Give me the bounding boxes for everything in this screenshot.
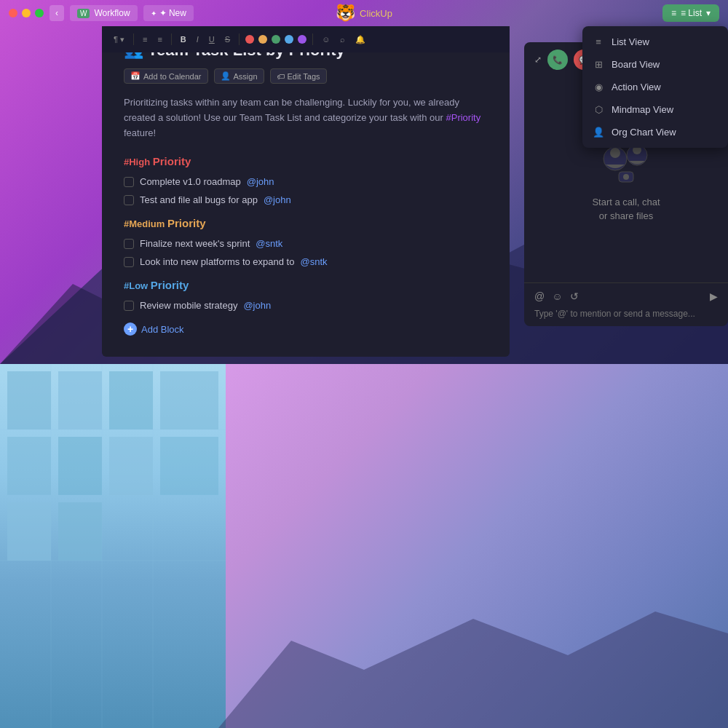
task-checkbox[interactable]	[124, 257, 134, 267]
ol-tool[interactable]: ≡	[140, 33, 150, 45]
traffic-lights-top	[9, 9, 44, 17]
separator-1	[133, 33, 134, 45]
assign-button-top[interactable]: 👤Assign	[214, 68, 264, 84]
add-calendar-button[interactable]: 📅Add to Calendar	[124, 68, 208, 84]
app-logo-top: 🐯 ClickUp	[336, 4, 392, 23]
section-high: #High Priority	[124, 155, 488, 167]
separator-3	[239, 33, 240, 45]
separator-4	[312, 33, 313, 45]
mention-sntk-1[interactable]: @sntk	[256, 238, 282, 249]
action-view-icon: ◉	[593, 82, 604, 92]
list-view-item[interactable]: ≡ List View	[582, 31, 728, 53]
list-view-icon: ≡	[593, 36, 604, 47]
separator-2	[171, 33, 172, 45]
italic-tool[interactable]: I	[194, 33, 202, 45]
svg-rect-17	[160, 437, 218, 495]
orgchart-view-icon: 👤	[593, 127, 604, 138]
doc-description: Prioritizing tasks within any team can b…	[124, 95, 488, 141]
close-button[interactable]	[9, 9, 17, 17]
mindmap-view-icon: ⬡	[593, 104, 604, 115]
add-block-icon: +	[124, 323, 137, 336]
doc-actions-top: 📅Add to Calendar 👤Assign 🏷Edit Tags	[124, 68, 488, 84]
minimize-button[interactable]	[22, 9, 31, 17]
color-swatch-purple[interactable]	[298, 35, 306, 44]
task-checkbox[interactable]	[124, 177, 134, 187]
svg-rect-9	[7, 437, 51, 495]
bottom-window: ‹ W Workflow ✦ ✦ New 🐯 + ⊞ ⚡ ⚡ Action ▾ …	[0, 364, 728, 728]
new-button-top[interactable]: ✦ ✦ New	[143, 5, 194, 21]
svg-point-7	[623, 174, 629, 180]
task-item: Test and file all bugs for app @john	[124, 194, 488, 205]
chat-footer-top: @ ☺ ↺ ▶	[524, 282, 728, 326]
ul-tool[interactable]: ≡	[154, 33, 165, 45]
at-icon[interactable]: @	[534, 290, 545, 302]
paragraph-tool[interactable]: ¶ ▾	[111, 33, 127, 46]
search-tool[interactable]: ⌕	[337, 33, 348, 45]
emoji-icon-chat[interactable]: ☺	[552, 290, 562, 302]
chat-avatar-1: 📞	[547, 50, 568, 70]
svg-rect-12	[58, 437, 102, 495]
svg-rect-8	[7, 371, 51, 430]
action-view-item[interactable]: ◉ Action View	[582, 76, 728, 98]
underline-tool[interactable]: U	[206, 33, 218, 45]
view-dropdown-top: ≡ List View ⊞ Board View ◉ Action View ⬡…	[582, 26, 728, 148]
top-doc-panel: 👥 Team Task List by Priority 📅Add to Cal…	[102, 26, 510, 357]
strikethrough-tool[interactable]: S	[222, 33, 233, 45]
color-swatch-blue[interactable]	[285, 35, 293, 44]
orgchart-view-item[interactable]: 👤 Org Chart View	[582, 121, 728, 143]
board-view-icon: ⊞	[593, 59, 604, 70]
board-view-item[interactable]: ⊞ Board View	[582, 53, 728, 76]
mention-sntk-2[interactable]: @sntk	[300, 256, 327, 267]
bold-tool[interactable]: B	[178, 33, 189, 45]
mindmap-view-item[interactable]: ⬡ Mindmap View	[582, 98, 728, 121]
back-nav-button[interactable]: ‹	[50, 5, 64, 21]
chat-input-top[interactable]	[534, 309, 718, 319]
svg-rect-16	[160, 371, 218, 430]
list-view-button-top[interactable]: ≡ ≡ List ▾	[662, 4, 719, 22]
chat-toolbar-top: @ ☺ ↺ ▶	[534, 290, 718, 302]
top-window-bar: ‹ W Workflow ✦ ✦ New 🐯 ClickUp ≡ ≡ List …	[0, 0, 728, 26]
attach-icon[interactable]: ↺	[570, 290, 579, 302]
svg-rect-13	[58, 502, 102, 561]
mention-john-1[interactable]: @john	[247, 176, 274, 187]
send-icon[interactable]: ▶	[710, 290, 718, 302]
section-low: #Low Priority	[124, 279, 488, 291]
svg-rect-14	[109, 371, 153, 430]
svg-rect-15	[109, 437, 153, 495]
building-background	[0, 364, 226, 728]
add-block-button[interactable]: + Add Block	[124, 323, 488, 336]
color-swatch-orange[interactable]	[258, 35, 267, 44]
task-item: Look into new platforms to expand to @sn…	[124, 256, 488, 267]
mention-john-2[interactable]: @john	[264, 194, 291, 205]
svg-rect-11	[58, 371, 102, 430]
workflow-button-top[interactable]: W Workflow	[70, 5, 138, 21]
svg-point-3	[610, 148, 620, 158]
maximize-button[interactable]	[35, 9, 44, 17]
top-window: ‹ W Workflow ✦ ✦ New 🐯 ClickUp ≡ ≡ List …	[0, 0, 728, 364]
priority-link[interactable]: #Priority	[446, 112, 480, 123]
task-checkbox[interactable]	[124, 301, 134, 311]
svg-rect-10	[7, 502, 51, 561]
bell-tool[interactable]: 🔔	[352, 33, 368, 46]
color-swatch-green[interactable]	[272, 35, 280, 44]
edit-tags-button-top[interactable]: 🏷Edit Tags	[270, 68, 327, 84]
expand-icon[interactable]: ⤢	[534, 55, 542, 65]
chat-start-text: Start a call, chat or share files	[592, 195, 660, 223]
color-swatch-red[interactable]	[245, 35, 254, 44]
mention-john-3[interactable]: @john	[243, 300, 271, 311]
task-checkbox[interactable]	[124, 239, 134, 249]
task-item: Complete v1.0 roadmap @john	[124, 176, 488, 187]
task-checkbox[interactable]	[124, 195, 134, 205]
svg-marker-25	[218, 612, 728, 728]
task-item: Finalize next week's sprint @sntk	[124, 238, 488, 249]
section-medium: #Medium Priority	[124, 217, 488, 229]
task-item: Review mobile strategy @john	[124, 300, 488, 311]
top-toolbar: ¶ ▾ ≡ ≡ B I U S ☺ ⌕ 🔔	[102, 26, 510, 52]
emoji-tool[interactable]: ☺	[319, 33, 333, 45]
